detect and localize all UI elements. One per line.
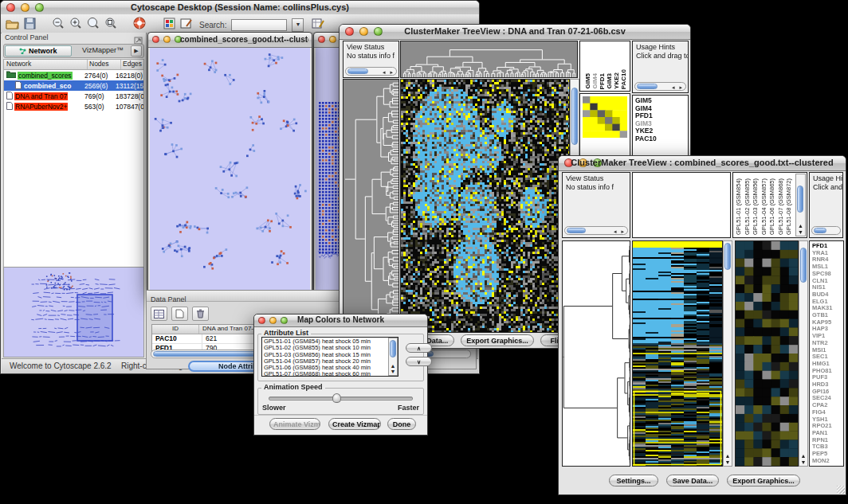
main-window-title: Cytoscape Desktop (Session Name: collins… <box>1 2 479 12</box>
button-save-data[interactable]: Save Data... <box>666 475 719 486</box>
tv1-hints-scrollbar[interactable]: ◂ ▸ <box>634 82 686 91</box>
resize-grip[interactable] <box>837 486 845 494</box>
button-create-vizmap[interactable]: Create Vizmap <box>328 418 381 430</box>
network-table-rows: combined_scores 2764(0) 16218(0) combine… <box>4 70 143 111</box>
tv1-column-label: PAC10 <box>620 69 627 89</box>
attribute-list-item[interactable]: GPL51-07 (GSM868) heat shock 60 min <box>264 371 387 377</box>
tv1-status-scrollbar[interactable]: ◂ ▸ <box>345 67 397 76</box>
network-overview-canvas[interactable] <box>4 268 143 355</box>
zoom-fit-icon[interactable] <box>87 17 100 33</box>
tab-overflow-arrow[interactable]: ▶ <box>131 45 142 57</box>
attribute-list[interactable]: GPL51-01 (GSM854) heat shock 05 minGPL51… <box>261 337 398 377</box>
tv1-column-label: YKE2 <box>613 72 620 89</box>
tv1-row-label: PAC10 <box>635 135 688 143</box>
tv1-array-dendrogram[interactable] <box>400 41 578 78</box>
network-nodes: 2569(6) <box>84 82 116 90</box>
delete-attribute-icon[interactable] <box>192 307 209 321</box>
network-table-row[interactable]: combined_sco 2569(6) 13112(15) <box>4 80 143 91</box>
button-animate-vizmap[interactable]: Animate Vizmap <box>269 418 320 430</box>
network-overview-panel[interactable] <box>3 267 144 357</box>
treeview2-title: ClusterMaker TreeView : combined_scores_… <box>559 158 846 167</box>
tab-vizmapper[interactable]: VizMapper™ <box>74 45 132 55</box>
tv2-row-labels: PFD1YRA1RNR4MSL1SPC98CLN1NIS1BUD4ELG1MAK… <box>809 240 844 467</box>
dialog-button-bar: Animate VizmapCreate VizmapDone <box>254 418 427 431</box>
tv2-column-labels: ▲▼ GPL51-01 (GSM854)GPL51-02 (GSM855)GPL… <box>732 172 807 238</box>
network-name: DNA and Tran 07 <box>14 92 68 100</box>
network-edges: 183728(0) <box>116 92 143 100</box>
network-nodes: 2764(0) <box>84 72 116 80</box>
network-nodes: 563(0) <box>84 103 116 111</box>
tv2-zoom-vscrollbar[interactable]: ▲▼ <box>799 240 808 467</box>
tv1-usage-hints: Usage Hints Click and drag to ◂ ▸ <box>632 41 689 93</box>
slider-thumb[interactable] <box>332 393 341 403</box>
tv2-gene-dendrogram[interactable] <box>562 240 630 467</box>
tv2-column-label: GPL51-06 (GSM865) <box>768 178 775 235</box>
network-name: combined_sco <box>23 82 73 90</box>
tv1-column-label: GIM5 <box>584 73 591 89</box>
tv1-column-labels: GIM5GIM4PFD1GIM3YKE2PAC10 <box>579 41 630 92</box>
tv2-heatmap[interactable] <box>632 240 723 467</box>
treeview2-window: ClusterMaker TreeView : combined_scores_… <box>558 155 846 495</box>
move-down-button[interactable]: ∨ <box>406 357 432 366</box>
document-icon <box>6 102 13 111</box>
tv2-array-dendrogram[interactable] <box>632 172 731 238</box>
zoom-out-icon[interactable] <box>52 17 65 33</box>
control-panel: Control Panel Network VizMapper™ ▶ Netwo… <box>2 33 147 359</box>
attribute-table-icon[interactable] <box>151 307 167 321</box>
button-done[interactable]: Done <box>387 418 416 430</box>
search-dropdown-button[interactable]: ▼ <box>292 18 304 32</box>
data-panel-title: Data Panel <box>147 295 186 303</box>
search-label: Search: <box>199 21 226 29</box>
table-edit-icon[interactable] <box>312 18 324 33</box>
col-header-edges[interactable]: Edges <box>121 60 143 69</box>
treeview1-title: ClusterMaker TreeView : DNA and Tran 07-… <box>340 26 690 36</box>
network-edges: 13112(15) <box>116 82 143 90</box>
button-export-graphics[interactable]: Export Graphics... <box>461 334 534 346</box>
tv1-heatmap[interactable] <box>400 79 570 333</box>
button-settings[interactable]: Settings... <box>609 475 658 486</box>
attribute-list-label: Attribute List <box>261 329 311 337</box>
zoom-in-icon[interactable] <box>69 17 82 33</box>
open-folder-icon[interactable] <box>6 18 19 33</box>
tv2-usage-hints: Usage Hi Click and <box>809 172 843 238</box>
move-up-button[interactable]: ∧ <box>406 343 432 353</box>
close-button[interactable] <box>152 36 159 43</box>
animation-speed-slider[interactable] <box>269 397 413 400</box>
network-table-row[interactable]: combined_scores 2764(0) 16218(0) <box>4 70 143 80</box>
new-attribute-icon[interactable] <box>171 307 188 321</box>
tv2-status-scrollbar[interactable]: ◂ ▸ <box>564 226 628 235</box>
document-icon <box>15 81 22 91</box>
button-export-graphics[interactable]: Export Graphics... <box>727 475 800 486</box>
save-icon[interactable] <box>24 18 36 33</box>
desktop: Cytoscape Desktop (Session Name: collins… <box>0 0 848 504</box>
minimize-button[interactable] <box>163 36 171 43</box>
data-col-id[interactable]: ID <box>152 325 199 334</box>
annotation-icon[interactable] <box>180 18 193 33</box>
attribute-list-vscrollbar[interactable]: ▲▼ <box>388 338 398 376</box>
search-input[interactable] <box>231 19 287 31</box>
tv2-view-status: View Status No status info f ◂ ▸ <box>562 172 630 238</box>
col-header-network[interactable]: Network <box>4 60 88 69</box>
main-titlebar[interactable]: Cytoscape Desktop (Session Name: collins… <box>1 1 479 15</box>
tv2-column-labels-scrollbar[interactable]: ▲▼ <box>795 174 806 236</box>
network-table-row[interactable]: DNA and Tran 07 769(0) 183728(0) <box>4 91 143 101</box>
document-icon <box>6 92 13 101</box>
help-lifesaver-icon[interactable] <box>133 17 146 33</box>
minimize-button[interactable] <box>329 36 336 43</box>
zoom-selected-icon[interactable] <box>104 17 117 33</box>
status-welcome: Welcome to Cytoscape 2.6.2 <box>10 361 112 370</box>
col-header-nodes[interactable]: Nodes <box>88 60 121 69</box>
tab-network[interactable]: Network <box>5 45 72 57</box>
network-canvas-1[interactable] <box>150 48 310 291</box>
vizmapper-grid-icon[interactable] <box>163 18 175 33</box>
network-table-row[interactable]: RNAPuberNov2+ 563(0) 107847(0) <box>4 101 143 111</box>
tv2-zoom-heatmap[interactable] <box>735 240 799 467</box>
tv1-gene-dendrogram[interactable] <box>343 79 399 333</box>
tv1-column-label: PFD1 <box>599 73 606 89</box>
close-button[interactable] <box>318 36 325 43</box>
tv2-hints-scrollbar[interactable] <box>811 226 841 235</box>
faster-label: Faster <box>398 404 419 412</box>
network-name: RNAPuberNov2+ <box>14 103 68 111</box>
tv1-view-status: View Status No status info f ◂ ▸ <box>343 41 399 78</box>
tv2-heatmap-vscrollbar[interactable]: ▲▼ <box>723 240 732 467</box>
